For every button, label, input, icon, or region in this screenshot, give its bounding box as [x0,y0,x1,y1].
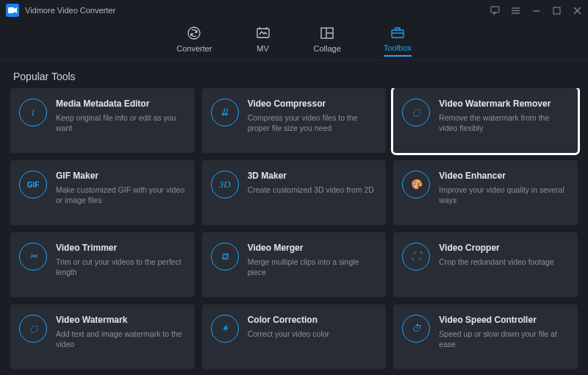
tool-desc: Create customized 3D video from 2D [248,185,378,195]
sun-icon: ☀ [211,315,239,343]
section-title: Popular Tools [0,60,588,88]
tool-title: Media Metadata Editor [56,99,186,109]
drop-icon: ◌ [19,315,47,343]
palette-icon: 🎨 [402,171,430,199]
tool-title: Video Compressor [248,99,378,109]
menu-icon[interactable] [510,5,520,15]
app-title: Vidmore Video Converter [25,6,115,15]
close-icon[interactable] [572,5,582,15]
svg-rect-6 [553,7,560,14]
tool-desc: Keep original file info or edit as you w… [56,113,186,133]
tool-title: Video Watermark Remover [439,99,569,109]
tool-desc: Remove the watermark from the video flex… [439,113,569,133]
tab-label: Collage [314,44,341,53]
tools-scroll-area[interactable]: iMedia Metadata EditorKeep original file… [0,88,588,372]
tool-title: Video Watermark [56,315,186,325]
tool-desc: Make customized GIF with your video or i… [56,185,186,205]
tool-title: Video Enhancer [439,171,569,181]
tool-card[interactable]: ⏱Video Speed ControllerSpeed up or slow … [393,304,578,369]
mv-icon [255,25,271,41]
window-controls [490,5,582,15]
tool-title: Video Cropper [439,243,569,253]
tab-label: MV [257,44,269,53]
tab-label: Converter [176,44,212,53]
speed-icon: ⏱ [402,315,430,343]
converter-icon [186,25,202,41]
titlebar: Vidmore Video Converter [0,0,588,21]
tool-card[interactable]: ⇊Video CompressorCompress your video fil… [202,88,387,153]
tab-mv[interactable]: MV [255,25,271,56]
tab-collage[interactable]: Collage [314,25,341,56]
maximize-icon[interactable] [551,5,562,15]
tab-converter[interactable]: Converter [176,25,212,56]
tool-title: Video Trimmer [56,243,186,253]
tool-card[interactable]: GIFGIF MakerMake customized GIF with you… [10,160,195,225]
info-icon: i [19,99,47,126]
scissors-icon: ✂ [19,243,47,271]
tool-desc: Compress your video files to the proper … [248,113,378,133]
svg-rect-1 [491,7,499,12]
tool-card[interactable]: ✂Video TrimmerTrim or cut your videos to… [10,232,195,297]
tool-desc: Merge multiple clips into a single piece [248,257,378,277]
tool-title: Video Merger [248,243,378,253]
tool-card[interactable]: 3D3D MakerCreate customized 3D video fro… [202,160,387,225]
top-nav: Converter MV Collage Toolbox [0,21,588,60]
feedback-icon[interactable] [490,5,500,15]
tool-card[interactable]: 🎨Video EnhancerImprove your video qualit… [393,160,578,225]
minimize-icon[interactable] [531,5,541,15]
tool-card[interactable]: ◌Video Watermark RemoverRemove the water… [393,88,578,153]
tool-card[interactable]: ⧉Video MergerMerge multiple clips into a… [202,232,387,297]
collage-icon [319,25,335,41]
tool-title: 3D Maker [248,171,378,181]
tool-card[interactable]: ◌Video WatermarkAdd text and image water… [10,304,195,369]
tool-desc: Improve your video quality in several wa… [439,185,569,205]
crop-icon: ⛶ [402,243,430,271]
app-logo-icon [6,4,19,17]
merge-icon: ⧉ [211,243,239,271]
tool-desc: Correct your video color [248,329,378,339]
drop-remove-icon: ◌ [402,99,430,126]
svg-rect-14 [392,30,404,38]
svg-point-9 [188,27,200,39]
tool-desc: Crop the redundant video footage [439,257,569,267]
tool-card[interactable]: ⛶Video CropperCrop the redundant video f… [393,232,578,297]
toolbox-icon [390,24,406,40]
tools-grid: iMedia Metadata EditorKeep original file… [10,88,578,369]
tool-title: Color Correction [248,315,378,325]
tool-title: GIF Maker [56,171,186,181]
gif-icon: GIF [19,171,47,199]
3d-icon: 3D [211,171,239,199]
compress-icon: ⇊ [211,99,239,126]
tool-desc: Trim or cut your videos to the perfect l… [56,257,186,277]
tab-label: Toolbox [384,43,412,52]
tool-card[interactable]: ☀Color CorrectionCorrect your video colo… [202,304,387,369]
tool-desc: Add text and image watermark to the vide… [56,329,186,349]
tool-card[interactable]: iMedia Metadata EditorKeep original file… [10,88,195,153]
tab-toolbox[interactable]: Toolbox [384,24,412,57]
tool-title: Video Speed Controller [439,315,569,325]
svg-rect-0 [8,7,14,13]
tool-desc: Speed up or slow down your file at ease [439,329,569,349]
